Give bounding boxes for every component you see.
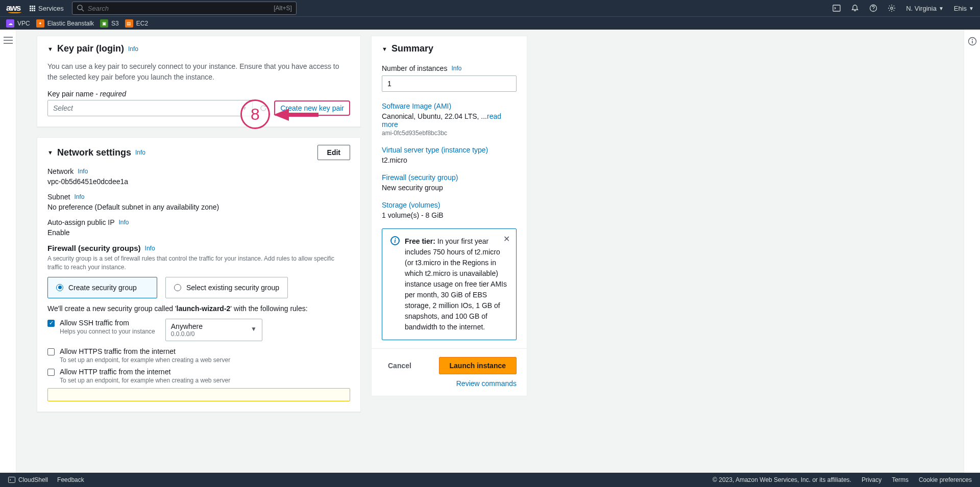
warning-box: [47, 388, 350, 401]
key-pair-description: You can use a key pair to securely conne…: [47, 61, 350, 83]
key-pair-select[interactable]: Select ▼: [47, 100, 253, 116]
search-shortcut: [Alt+S]: [274, 5, 292, 12]
eb-icon: ✦: [36, 19, 44, 28]
svg-point-0: [78, 5, 82, 10]
collapse-icon[interactable]: ▼: [47, 46, 53, 52]
right-rail: [964, 30, 980, 473]
create-security-group-radio[interactable]: Create security group: [47, 277, 157, 298]
cloudshell-icon[interactable]: [832, 4, 841, 12]
auto-ip-label: Auto-assign public IP: [47, 218, 115, 226]
favorites-bar: ☁VPC ✦Elastic Beanstalk ▣S3 ▤EC2: [0, 16, 980, 30]
firewall-title: Firewall (security groups): [47, 244, 141, 252]
firewall-link[interactable]: Firewall (security group): [382, 173, 517, 182]
chevron-down-icon: ▼: [969, 6, 974, 11]
info-icon: i: [390, 236, 400, 245]
network-settings-panel: ▼ Network settings Info Edit NetworkInfo…: [37, 137, 361, 412]
allow-ssh-hint: Helps you connect to your instance: [60, 328, 155, 335]
free-tier-info-box: i Free tier: In your first year includes…: [382, 228, 517, 340]
free-tier-text: Free tier: In your first year includes 7…: [405, 236, 508, 332]
collapse-icon[interactable]: ▼: [47, 149, 53, 156]
network-label: Network: [47, 167, 74, 175]
svg-point-4: [891, 7, 893, 9]
subnet-info-link[interactable]: Info: [74, 193, 84, 200]
ami-id: ami-0fc5d935ebf8bc3bc: [382, 130, 517, 137]
ssh-source-select[interactable]: Anywhere 0.0.0.0/0 ▼: [165, 319, 262, 341]
radio-icon: [174, 284, 181, 291]
fav-elastic-beanstalk[interactable]: ✦Elastic Beanstalk: [36, 19, 94, 28]
svg-point-11: [972, 39, 973, 40]
chevron-down-icon: ▼: [251, 325, 257, 332]
info-panel-icon[interactable]: [968, 37, 977, 47]
allow-https-hint: To set up an endpoint, for example when …: [60, 356, 230, 364]
summary-panel: ▼ Summary Number of instancesInfo Softwa…: [371, 36, 527, 396]
instance-type-value: t2.micro: [382, 156, 517, 164]
network-value: vpc-0b5d6451e0dcdee1a: [47, 177, 350, 186]
search-box[interactable]: [Alt+S]: [72, 2, 297, 15]
left-rail: [0, 30, 16, 473]
key-pair-panel: ▼ Key pair (login) Info You can use a ke…: [37, 36, 361, 127]
refresh-button[interactable]: [258, 102, 269, 114]
num-instances-info-link[interactable]: Info: [451, 65, 461, 72]
fav-vpc[interactable]: ☁VPC: [6, 19, 30, 28]
aws-logo[interactable]: aws: [6, 3, 21, 13]
allow-https-label: Allow HTTPS traffic from the internet: [60, 347, 230, 355]
svg-rect-2: [833, 5, 840, 11]
allow-https-checkbox[interactable]: [47, 348, 55, 355]
allow-http-hint: To set up an endpoint, for example when …: [60, 377, 230, 384]
firewall-description: A security group is a set of firewall ru…: [47, 254, 350, 272]
vpc-icon: ☁: [6, 19, 14, 28]
storage-link[interactable]: Storage (volumes): [382, 201, 517, 209]
edit-button[interactable]: Edit: [317, 145, 350, 160]
user-menu[interactable]: Ehis▼: [954, 5, 974, 12]
region-selector[interactable]: N. Virginia▼: [906, 5, 944, 12]
search-icon: [77, 4, 85, 12]
hamburger-icon[interactable]: [4, 37, 13, 45]
ami-link[interactable]: Software Image (AMI): [382, 102, 517, 110]
auto-ip-info-link[interactable]: Info: [119, 219, 129, 226]
s3-icon: ▣: [100, 19, 108, 28]
firewall-info-link[interactable]: Info: [145, 245, 155, 252]
key-pair-title: Key pair (login): [57, 43, 124, 54]
allow-http-label: Allow HTTP traffic from the internet: [60, 368, 230, 376]
bell-icon[interactable]: [851, 4, 859, 12]
collapse-icon[interactable]: ▼: [382, 46, 387, 52]
radio-icon: [56, 284, 63, 291]
summary-title: Summary: [391, 43, 433, 54]
gear-icon[interactable]: [888, 4, 896, 12]
auto-ip-value: Enable: [47, 228, 350, 237]
key-pair-name-label: Key pair name - required: [47, 90, 350, 98]
services-button[interactable]: Services: [30, 5, 64, 12]
allow-ssh-label: Allow SSH traffic from: [60, 319, 155, 327]
subnet-value: No preference (Default subnet in any ava…: [47, 203, 350, 211]
ami-value: Canonical, Ubuntu, 22.04 LTS, ...read mo…: [382, 112, 517, 129]
help-icon[interactable]: [869, 4, 877, 12]
search-input[interactable]: [88, 5, 274, 12]
network-field-info-link[interactable]: Info: [78, 168, 88, 175]
top-nav: aws Services [Alt+S] N. Virginia▼ Ehis▼: [0, 0, 980, 16]
allow-ssh-checkbox[interactable]: ✓: [47, 320, 55, 327]
ec2-icon: ▤: [125, 19, 133, 28]
num-instances-input[interactable]: [382, 75, 517, 92]
network-settings-title: Network settings: [57, 147, 131, 158]
network-info-link[interactable]: Info: [135, 149, 145, 156]
key-pair-info-link[interactable]: Info: [128, 45, 138, 53]
instance-type-link[interactable]: Virtual server type (instance type): [382, 146, 517, 154]
select-security-group-radio[interactable]: Select existing security group: [165, 277, 288, 298]
firewall-value: New security group: [382, 184, 517, 192]
subnet-label: Subnet: [47, 193, 70, 201]
create-key-pair-link[interactable]: Create new key pair: [274, 100, 350, 116]
review-commands-link[interactable]: Review commands: [382, 379, 517, 388]
chevron-down-icon: ▼: [939, 6, 944, 11]
fav-s3[interactable]: ▣S3: [100, 19, 119, 28]
grid-icon: [30, 6, 35, 11]
close-icon[interactable]: ✕: [503, 234, 510, 244]
services-label: Services: [38, 5, 64, 12]
cancel-button[interactable]: Cancel: [382, 357, 418, 374]
svg-line-1: [82, 9, 84, 11]
num-instances-label: Number of instances: [382, 64, 447, 72]
chevron-down-icon: ▼: [242, 105, 248, 111]
allow-http-checkbox[interactable]: [47, 369, 55, 376]
security-group-rule-text: We'll create a new security group called…: [47, 304, 350, 313]
launch-instance-button[interactable]: Launch instance: [439, 357, 517, 374]
fav-ec2[interactable]: ▤EC2: [125, 19, 148, 28]
